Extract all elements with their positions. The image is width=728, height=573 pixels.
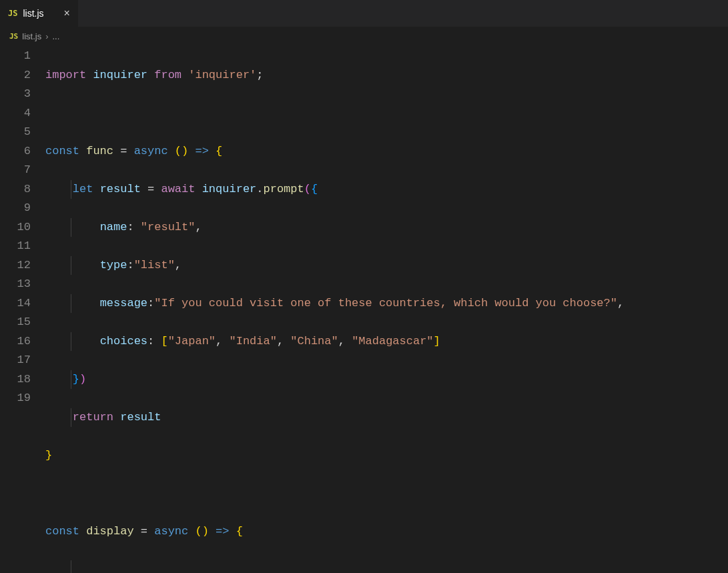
js-file-icon: JS [9, 32, 18, 41]
breadcrumb[interactable]: JS list.js › ... [0, 27, 728, 45]
breadcrumb-file: list.js [22, 31, 41, 41]
breadcrumb-more: ... [52, 31, 59, 41]
tab-filename: list.js [23, 8, 43, 19]
editor-tab-list-js[interactable]: JS list.js × [0, 0, 79, 27]
code-content[interactable]: import inquirer from 'inquirer'; const f… [45, 47, 728, 573]
line-number-gutter: 12345678910111213141516171819 [0, 47, 45, 573]
js-file-icon: JS [8, 9, 17, 18]
chevron-right-icon: › [45, 31, 48, 41]
close-icon[interactable]: × [64, 8, 70, 19]
tab-bar: JS list.js × [0, 0, 728, 27]
code-editor[interactable]: 12345678910111213141516171819 import inq… [0, 45, 728, 573]
